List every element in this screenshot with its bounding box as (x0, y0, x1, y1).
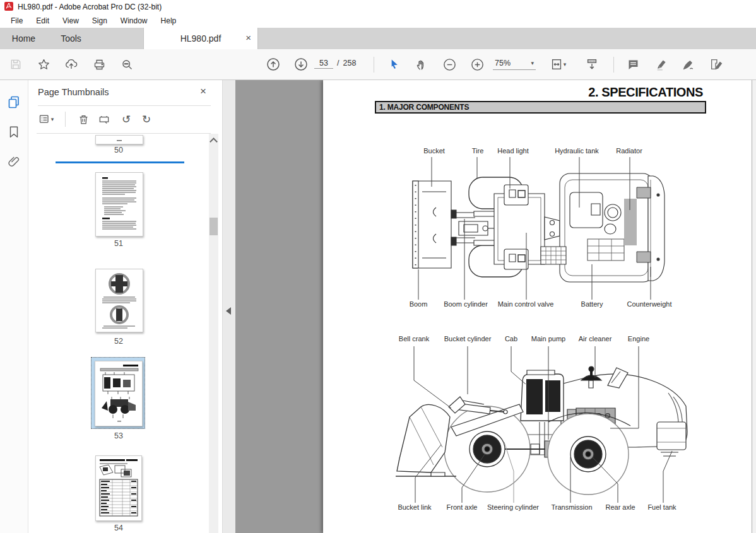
fit-width-dropdown[interactable]: ▾ (544, 54, 572, 75)
sign-tool-button[interactable] (678, 54, 699, 75)
panel-collapse-strip[interactable] (222, 80, 235, 533)
rotate-right-button[interactable]: ↻ (137, 111, 156, 127)
part-label-air-cleaner: Air cleaner (579, 335, 612, 343)
part-label-transmission: Transmission (552, 503, 593, 511)
page-navigation: / 258 (314, 58, 356, 69)
page-total: 258 (343, 59, 356, 67)
attachments-panel-icon[interactable] (6, 153, 22, 170)
part-label-bucket-link: Bucket link (398, 503, 431, 511)
panel-toolbar-divider (65, 112, 66, 127)
thumbnail-page-52[interactable] (95, 269, 143, 332)
main-toolbar: / 258 75% ▾ ▾ (0, 49, 756, 80)
tab-document[interactable]: HL980.pdf × (143, 28, 258, 49)
thumbnail-label: 51 (92, 239, 146, 248)
collapse-panel-icon[interactable] (226, 307, 231, 315)
window-title: HL980.pdf - Adobe Acrobat Pro DC (32-bit… (18, 3, 162, 11)
rotate-left-button[interactable]: ↺ (117, 111, 136, 127)
chevron-down-icon: ▾ (51, 116, 54, 122)
search-button[interactable] (116, 54, 138, 75)
side-view-diagram (396, 346, 701, 503)
document-scrollbar[interactable] (752, 80, 756, 533)
page-thumbnails-panel-icon[interactable] (6, 94, 22, 110)
menu-window[interactable]: Window (114, 15, 155, 27)
plan-view-diagram (398, 157, 688, 300)
part-label-main-pump: Main pump (531, 335, 565, 343)
tab-bar: Home Tools HL980.pdf × (0, 28, 756, 49)
zoom-level-dropdown[interactable]: 75% ▾ (493, 58, 536, 70)
part-label-fuel-tank: Fuel tank (647, 503, 676, 511)
part-label-engine: Engine (628, 335, 649, 343)
hand-tool-button[interactable] (410, 54, 432, 75)
tab-close-icon[interactable]: × (245, 32, 251, 44)
part-label-battery: Battery (581, 300, 603, 308)
thumbnail-label: 50 (92, 146, 146, 155)
pdf-page: 2. SPECIFICATIONS 1. MAJOR COMPONENTS Bu… (323, 80, 753, 533)
tab-spacer (95, 28, 143, 49)
page-separator: / (337, 59, 339, 67)
part-label-boom: Boom (410, 300, 428, 308)
thumbnail-page-51[interactable] (95, 172, 143, 237)
menu-help[interactable]: Help (155, 15, 184, 27)
delete-pages-button[interactable] (74, 111, 93, 127)
title-bar: HL980.pdf - Adobe Acrobat Pro DC (32-bit… (0, 0, 756, 14)
part-label-boom-cylinder: Boom cylinder (444, 300, 488, 308)
panel-divider (38, 105, 211, 106)
page-insert-indicator (56, 161, 184, 163)
zoom-out-button[interactable] (439, 54, 460, 75)
thumbnail-page-50[interactable] (95, 135, 143, 144)
zoom-in-button[interactable] (466, 54, 488, 75)
panel-title: Page Thumbnails (38, 87, 109, 97)
toolbar-divider (613, 57, 614, 73)
select-tool-button[interactable] (383, 54, 405, 75)
part-label-cab: Cab (505, 335, 517, 343)
previous-page-button[interactable] (263, 54, 284, 75)
chevron-down-icon: ▾ (564, 61, 567, 67)
next-page-button[interactable] (290, 54, 312, 75)
thumbnail-page-54[interactable] (95, 455, 142, 521)
part-label-steering-cylinder: Steering cylinder (487, 503, 539, 511)
part-label-hydraulic-tank: Hydraulic tank (555, 147, 599, 155)
scroll-up-icon[interactable] (210, 138, 218, 146)
menu-view[interactable]: View (56, 15, 86, 27)
page-scrolling-button[interactable] (581, 54, 603, 75)
edit-pdf-tool-button[interactable] (706, 54, 727, 75)
thumbnail-label: 52 (92, 337, 146, 346)
thumbnail-options-menu[interactable]: ▾ (37, 111, 56, 127)
part-label-counterweight: Counterweight (627, 300, 672, 308)
part-label-tire: Tire (472, 147, 484, 155)
thumbnails-scrollbar[interactable] (209, 134, 218, 533)
menu-bar: File Edit View Sign Window Help (0, 14, 756, 28)
part-label-head-light: Head light (497, 147, 529, 155)
chevron-down-icon: ▾ (531, 60, 534, 66)
thumbnails-panel: Page Thumbnails × ▾ ↺ ↻ 50 (28, 80, 222, 533)
part-label-bell-crank: Bell crank (399, 335, 429, 343)
share-cloud-button[interactable] (61, 54, 82, 75)
tab-home[interactable]: Home (0, 28, 47, 49)
main-area: Page Thumbnails × ▾ ↺ ↻ 50 (0, 80, 756, 533)
left-rail (0, 80, 28, 533)
part-label-rear-axle: Rear axle (605, 503, 635, 511)
thumbnail-page-53[interactable] (95, 361, 143, 426)
scrollbar-thumb[interactable] (210, 218, 218, 235)
page-number-input[interactable] (314, 58, 333, 69)
tab-tools[interactable]: Tools (47, 28, 95, 49)
zoom-level-value: 75% (495, 59, 511, 67)
menu-sign[interactable]: Sign (86, 15, 114, 27)
tab-document-label: HL980.pdf (180, 33, 221, 44)
thumbnail-selected-highlight (91, 357, 145, 429)
save-button[interactable] (5, 54, 27, 75)
star-button[interactable] (33, 54, 54, 75)
crop-pages-button[interactable] (95, 111, 114, 127)
acrobat-logo-icon (4, 2, 13, 13)
menu-edit[interactable]: Edit (30, 15, 56, 27)
panel-close-icon[interactable]: × (200, 85, 206, 98)
bookmarks-panel-icon[interactable] (6, 124, 22, 140)
part-label-bucket: Bucket (423, 147, 445, 155)
comment-tool-button[interactable] (622, 54, 644, 75)
thumbnail-label: 53 (92, 431, 146, 440)
toolbar-divider (374, 57, 374, 73)
part-label-bucket-cylinder: Bucket cylinder (444, 335, 492, 343)
print-button[interactable] (88, 54, 110, 75)
highlight-tool-button[interactable] (651, 54, 672, 75)
menu-file[interactable]: File (4, 15, 30, 27)
